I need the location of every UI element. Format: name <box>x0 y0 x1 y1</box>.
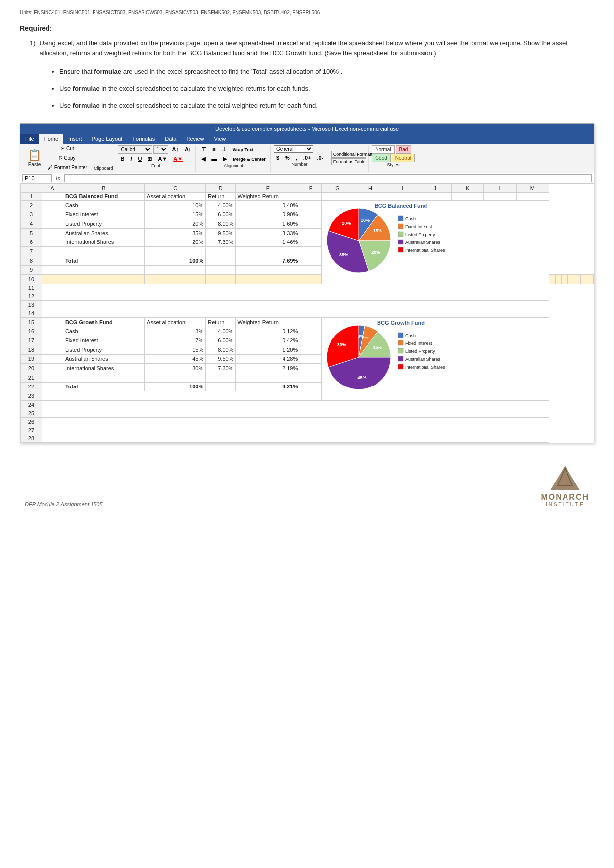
formula-input[interactable] <box>64 174 592 182</box>
cell-d7[interactable] <box>206 247 236 256</box>
cell-row26[interactable] <box>42 417 549 426</box>
cell-f22[interactable] <box>300 382 322 391</box>
cell-c21[interactable] <box>145 373 206 382</box>
cell-a3[interactable] <box>42 210 63 219</box>
cell-d16[interactable]: 4.00% <box>206 327 236 336</box>
cell-reference-box[interactable] <box>22 174 52 182</box>
cell-a10[interactable] <box>42 275 63 284</box>
cell-b4[interactable]: Listed Property <box>63 219 144 229</box>
cell-d8[interactable] <box>206 256 236 265</box>
col-header-j[interactable]: J <box>419 184 452 192</box>
cell-b8[interactable]: Total <box>63 256 144 265</box>
cell-a20[interactable] <box>42 364 63 373</box>
cell-a16[interactable] <box>42 327 63 336</box>
cell-a7[interactable] <box>42 247 63 256</box>
font-name-select[interactable]: Calibri <box>118 145 152 154</box>
col-header-d[interactable]: D <box>206 184 236 192</box>
cell-a15[interactable] <box>42 317 63 327</box>
cell-a6[interactable] <box>42 238 63 247</box>
cell-d6[interactable]: 7.30% <box>206 238 236 247</box>
style-neutral[interactable]: Neutral <box>392 154 415 162</box>
cell-b9[interactable] <box>63 265 144 275</box>
tab-formulas[interactable]: Formulas <box>127 134 160 144</box>
cell-b5[interactable]: Australian Shares <box>63 228 144 238</box>
wrap-text-button[interactable]: Wrap Text <box>230 145 256 154</box>
cell-d9[interactable] <box>206 265 236 275</box>
cell-b18[interactable]: Listed Property <box>63 345 144 354</box>
cell-b10[interactable] <box>63 275 144 284</box>
align-middle-button[interactable]: ≡ <box>210 145 218 154</box>
tab-view[interactable]: View <box>209 134 231 144</box>
cell-d10[interactable] <box>206 275 236 284</box>
cell-row14[interactable] <box>42 309 549 317</box>
cell-h1[interactable] <box>354 192 386 200</box>
cell-a18[interactable] <box>42 345 63 354</box>
cell-f18[interactable] <box>300 345 322 354</box>
tab-pagelayout[interactable]: Page Layout <box>87 134 128 144</box>
cell-e4[interactable]: 1.60% <box>236 219 300 229</box>
increase-decimal-button[interactable]: .0+ <box>301 154 314 162</box>
cell-row13[interactable] <box>42 300 549 309</box>
cell-c3[interactable]: 15% <box>145 210 206 219</box>
cell-f20[interactable] <box>300 364 322 373</box>
cell-c7[interactable] <box>145 247 206 256</box>
currency-button[interactable]: $ <box>274 154 282 162</box>
cell-f2[interactable] <box>300 200 322 210</box>
cell-c1[interactable]: Asset allocation <box>145 192 206 200</box>
percent-button[interactable]: % <box>283 154 292 162</box>
cell-e6[interactable]: 1.46% <box>236 238 300 247</box>
cell-c10[interactable] <box>145 275 206 284</box>
cell-i1[interactable] <box>386 192 419 200</box>
cell-f6[interactable] <box>300 238 322 247</box>
col-header-c[interactable]: C <box>145 184 206 192</box>
cell-row27[interactable] <box>42 426 549 434</box>
cell-f9[interactable] <box>300 265 322 275</box>
cell-c16[interactable]: 3% <box>145 327 206 336</box>
cell-e17[interactable]: 0.42% <box>236 336 300 345</box>
cell-d2[interactable]: 4.00% <box>206 200 236 210</box>
cell-d18[interactable]: 8.00% <box>206 345 236 354</box>
underline-button[interactable]: U <box>135 155 144 163</box>
cell-b21[interactable] <box>63 373 144 382</box>
cell-m1[interactable] <box>516 192 549 200</box>
cell-f17[interactable] <box>300 336 322 345</box>
cell-k1[interactable] <box>451 192 484 200</box>
col-header-a[interactable]: A <box>42 184 63 192</box>
format-as-table-button[interactable]: Format as Table <box>331 158 366 165</box>
tab-home[interactable]: Home <box>39 134 63 144</box>
cell-b22[interactable]: Total <box>63 382 144 391</box>
col-header-f[interactable]: F <box>300 184 322 192</box>
fill-color-button[interactable]: A▼ <box>155 155 170 163</box>
cell-a21[interactable] <box>42 373 63 382</box>
cell-l10[interactable] <box>581 275 587 284</box>
cell-e8[interactable]: 7.69% <box>236 256 300 265</box>
cell-b1[interactable]: BCG Balanced Fund <box>63 192 144 200</box>
col-header-e[interactable]: E <box>236 184 300 192</box>
cell-c19[interactable]: 45% <box>145 354 206 364</box>
cell-f8[interactable] <box>300 256 322 265</box>
cell-row28[interactable] <box>42 434 549 442</box>
cell-g1[interactable] <box>322 192 354 200</box>
paste-button[interactable]: 📋 Paste <box>24 145 45 171</box>
cell-b7[interactable] <box>63 247 144 256</box>
cell-c4[interactable]: 20% <box>145 219 206 229</box>
cell-a22[interactable] <box>42 382 63 391</box>
col-header-k[interactable]: K <box>451 184 484 192</box>
tab-data[interactable]: Data <box>160 134 181 144</box>
conditional-formatting-button[interactable]: Conditional Formatting <box>331 151 366 158</box>
cell-e2[interactable]: 0.40% <box>236 200 300 210</box>
cell-d1[interactable]: Return <box>206 192 236 200</box>
align-top-button[interactable]: ⊤ <box>199 145 209 154</box>
cell-c20[interactable]: 30% <box>145 364 206 373</box>
cell-j1[interactable] <box>419 192 452 200</box>
cell-f16[interactable] <box>300 327 322 336</box>
tab-review[interactable]: Review <box>181 134 209 144</box>
increase-font-button[interactable]: A↑ <box>169 145 181 153</box>
cell-d15[interactable]: Return <box>206 317 236 327</box>
cell-d21[interactable] <box>206 373 236 382</box>
cell-d4[interactable]: 8.00% <box>206 219 236 229</box>
copy-button[interactable]: ⎘ Copy <box>47 155 89 161</box>
cell-d22[interactable] <box>206 382 236 391</box>
font-size-select[interactable]: 11 <box>153 145 168 154</box>
cell-e21[interactable] <box>236 373 300 382</box>
